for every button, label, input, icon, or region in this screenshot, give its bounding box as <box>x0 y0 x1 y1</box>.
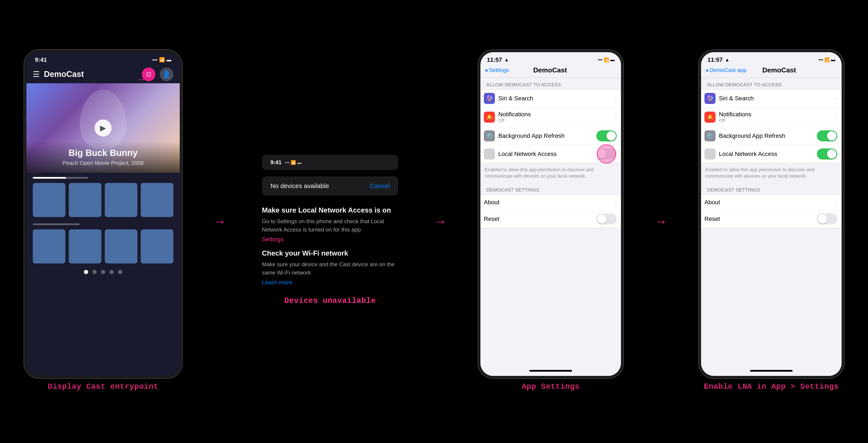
lna-row-content-2: Local Network Access <box>719 151 817 157</box>
arrow-2-3: → <box>428 215 453 228</box>
notifications-row-2[interactable]: 🔔 Notifications Off › <box>701 107 842 127</box>
refresh-toggle[interactable] <box>596 130 617 141</box>
chevron-icon-4: › <box>836 114 837 120</box>
lna-title-row-2: Local Network Access <box>719 151 817 157</box>
signal-icon-2: ▪▪▪ 📶 ▬ <box>285 160 301 165</box>
lna-toggle-2[interactable] <box>817 149 837 160</box>
location-icon-2: ▲ <box>725 57 730 63</box>
refresh-title: Background App Refresh <box>498 132 596 139</box>
home-indicator-2 <box>750 370 793 372</box>
content-grid-row-2 <box>26 227 180 265</box>
cast-arrow: → <box>137 74 146 84</box>
about-title-2: About <box>705 199 836 206</box>
reset-row-content: Reset <box>484 216 596 222</box>
lna-row-content: Local Network Access <box>498 151 596 157</box>
dot-2 <box>92 270 97 274</box>
grid-item[interactable] <box>105 183 137 217</box>
siri-icon-2: 🔮 <box>705 93 715 104</box>
reset-toggle-2[interactable] <box>817 213 837 224</box>
lna-icon-2 <box>705 149 715 160</box>
about-row-content-2: About <box>705 199 836 206</box>
reset-row-2[interactable]: Reset <box>701 210 842 228</box>
lna-row-2[interactable]: Local Network Access <box>701 145 842 163</box>
phone-settings: 11:57 ▲ ▪▪▪ 📶 ▬ ◂ Settings DemoCast ALLO… <box>480 52 621 376</box>
settings-link[interactable]: Settings <box>262 236 398 243</box>
progress-bar <box>33 177 88 179</box>
reset-toggle-knob <box>597 214 607 224</box>
refresh-toggle-2[interactable] <box>817 130 837 141</box>
cancel-button[interactable]: Cancel <box>370 182 390 190</box>
refresh-title-2: Background App Refresh <box>719 132 817 139</box>
battery-icon: ▬ <box>166 57 171 63</box>
app-title: DemoCast <box>44 70 137 79</box>
hero-title: Big Buck Bunny <box>33 148 173 158</box>
about-row[interactable]: About › <box>480 195 621 210</box>
profile-button[interactable]: 👤 <box>160 67 173 81</box>
section-app: 9:41 ▪▪▪ 📶 ▬ ☰ DemoCast ⊡ 👤 → ▶ Big Buck… <box>26 52 180 391</box>
grid-item[interactable] <box>33 229 65 263</box>
status-left-2: 11:57 ▲ <box>707 57 730 63</box>
about-title: About <box>484 199 615 206</box>
siri-row-content: Siri & Search <box>498 95 615 102</box>
notifications-icon: 🔔 <box>484 112 495 123</box>
reset-toggle[interactable] <box>596 213 617 224</box>
reset-title: Reset <box>484 216 596 222</box>
notifications-title: Notifications <box>498 111 615 118</box>
about-chevron-2: › <box>836 199 837 205</box>
learn-more-link[interactable]: Learn more <box>262 279 398 286</box>
hero-image: ▶ Big Buck Bunny Peach Open Movie Projec… <box>26 83 180 173</box>
reset-title-2: Reset <box>705 216 817 222</box>
refresh-icon: ⚙️ <box>484 130 495 141</box>
grid-item[interactable] <box>69 229 101 263</box>
signal-icon-s3: ▪▪▪ <box>598 57 602 62</box>
hamburger-icon[interactable]: ☰ <box>33 70 40 79</box>
settings-status-bar: 11:57 ▲ ▪▪▪ 📶 ▬ <box>480 52 621 65</box>
siri-search-row[interactable]: 🔮 Siri & Search › <box>480 90 621 107</box>
reset-toggle-knob-2 <box>818 214 827 224</box>
chevron-icon-3: › <box>836 95 837 101</box>
background-refresh-row-2[interactable]: ⚙️ Background App Refresh <box>701 127 842 145</box>
lna-row[interactable]: Local Network Access <box>480 145 621 163</box>
wifi-desc: Make sure your device and the Cast devic… <box>262 260 398 277</box>
siri-icon: 🔮 <box>484 93 495 104</box>
notifications-subtitle: Off <box>498 118 615 123</box>
dot-3 <box>101 270 105 274</box>
toggle-knob-2 <box>827 131 836 140</box>
bunny-image <box>80 90 126 149</box>
toggle-knob <box>607 131 616 140</box>
back-button[interactable]: ◂ Settings <box>485 67 509 73</box>
lna-note: Enabled to allow this app permission to … <box>480 165 621 183</box>
siri-search-row-2[interactable]: 🔮 Siri & Search › <box>701 90 842 107</box>
status-time-2: 9:41 <box>271 159 281 166</box>
status-left: 11:57 ▲ <box>487 57 509 63</box>
lna-toggle[interactable] <box>596 149 617 160</box>
section-header-4: DEMOCAST SETTINGS <box>701 183 842 194</box>
grid-item[interactable] <box>105 229 137 263</box>
settings-group-1: 🔮 Siri & Search › 🔔 Notifications Off › … <box>480 89 621 163</box>
reset-row[interactable]: Reset <box>480 210 621 228</box>
page-dots <box>26 265 180 278</box>
back-button-2[interactable]: ◂ DemoCast app <box>705 67 747 73</box>
about-row-content: About <box>484 199 615 206</box>
lna-title: Make sure Local Network Access is on <box>262 206 398 214</box>
about-row-2[interactable]: About › <box>701 195 842 210</box>
background-refresh-row[interactable]: ⚙️ Background App Refresh <box>480 127 621 145</box>
status-time: 9:41 <box>35 57 47 63</box>
grid-item[interactable] <box>141 229 173 263</box>
dot-5 <box>118 270 122 274</box>
wifi-title: Check your Wi-Fi network <box>262 249 398 257</box>
grid-item[interactable] <box>33 183 65 217</box>
status-icons: ▪▪▪ 📶 ▬ <box>153 57 171 63</box>
chevron-icon-2: › <box>615 114 617 120</box>
notifications-row[interactable]: 🔔 Notifications Off › <box>480 107 621 127</box>
grid-item[interactable] <box>69 183 101 217</box>
right-arrow-icon-3: → <box>655 215 668 228</box>
notifications-icon-2: 🔔 <box>705 112 715 123</box>
signal-icon-s4: ▪▪▪ <box>818 57 823 62</box>
signal-icon: ▪▪▪ <box>153 57 157 63</box>
settings-group-3: 🔮 Siri & Search › 🔔 Notifications Off › … <box>701 89 842 163</box>
grid-item[interactable] <box>141 183 173 217</box>
hero-overlay: Big Buck Bunny Peach Open Movie Project,… <box>26 141 180 173</box>
no-devices-bar: No devices available Cancel <box>262 176 398 195</box>
dot-4 <box>110 270 114 274</box>
